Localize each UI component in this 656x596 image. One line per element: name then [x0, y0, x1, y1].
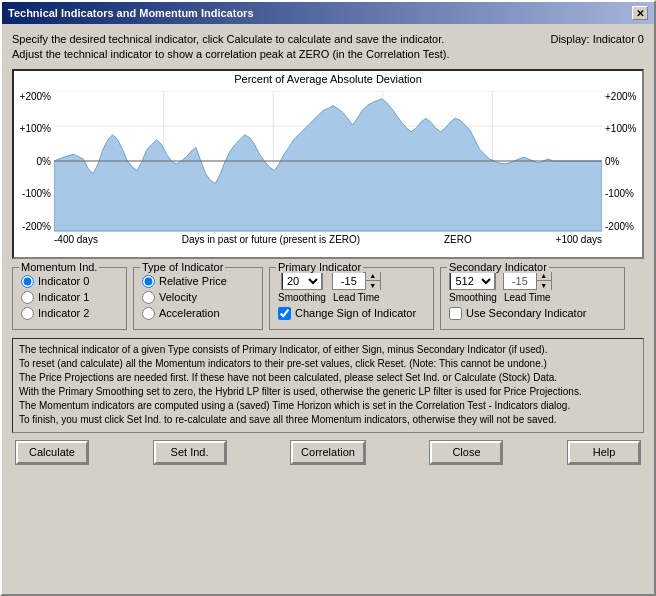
- close-icon[interactable]: ✕: [632, 6, 648, 20]
- info-line-3: The Price Projections are needed first. …: [19, 371, 637, 385]
- type-group: Type of Indicator Relative Price Velocit…: [133, 267, 263, 330]
- set-ind-button[interactable]: Set Ind.: [154, 441, 226, 464]
- info-text-area: The technical indicator of a given Type …: [12, 338, 644, 433]
- controls-row: Momentum Ind. Indicator 0 Indicator 1 In…: [12, 267, 644, 330]
- type-title: Type of Indicator: [140, 261, 225, 273]
- primary-title: Primary Indicator: [276, 261, 363, 273]
- momentum-option-1[interactable]: Indicator 1: [21, 291, 118, 304]
- secondary-smoothing-control[interactable]: 5102050100200512: [449, 272, 496, 290]
- y-axis-right: +200% +100% 0% -100% -200%: [602, 91, 642, 232]
- primary-smoothing-select[interactable]: 5102050100200512: [282, 272, 322, 290]
- primary-change-sign-row[interactable]: Change Sign of Indicator: [278, 307, 425, 320]
- chart-inner: [54, 91, 602, 232]
- type-radio-1[interactable]: [142, 291, 155, 304]
- buttons-row: Calculate Set Ind. Correlation Close Hel…: [12, 441, 644, 464]
- secondary-smoothing-select[interactable]: 5102050100200512: [450, 272, 495, 290]
- x-label-zero: ZERO: [444, 234, 472, 245]
- type-option-2[interactable]: Acceleration: [142, 307, 254, 320]
- momentum-label-2: Indicator 2: [38, 307, 89, 319]
- type-radio-0[interactable]: [142, 275, 155, 288]
- momentum-label-0: Indicator 0: [38, 275, 89, 287]
- info-line-6: To finish, you must click Set Ind. to re…: [19, 413, 637, 427]
- secondary-smoothing-label: Smoothing: [449, 292, 497, 303]
- momentum-label-1: Indicator 1: [38, 291, 89, 303]
- secondary-title: Secondary Indicator: [447, 261, 549, 273]
- type-option-0[interactable]: Relative Price: [142, 275, 254, 288]
- momentum-radio-1[interactable]: [21, 291, 34, 304]
- momentum-option-0[interactable]: Indicator 0: [21, 275, 118, 288]
- title-bar: Technical Indicators and Momentum Indica…: [2, 2, 654, 24]
- main-window: Technical Indicators and Momentum Indica…: [0, 0, 656, 596]
- type-label-2: Acceleration: [159, 307, 220, 319]
- type-label-0: Relative Price: [159, 275, 227, 287]
- primary-leadtime-input[interactable]: [333, 275, 365, 287]
- primary-leadtime-control[interactable]: ▲ ▼: [332, 272, 381, 290]
- momentum-title: Momentum Ind.: [19, 261, 99, 273]
- display-prefix: Display:: [550, 33, 589, 45]
- primary-leadtime-label: Lead Time: [333, 292, 380, 303]
- primary-leadtime-up[interactable]: ▲: [366, 272, 380, 281]
- y-axis-left: +200% +100% 0% -100% -200%: [14, 91, 54, 232]
- primary-leadtime-btns: ▲ ▼: [365, 272, 380, 290]
- momentum-group: Momentum Ind. Indicator 0 Indicator 1 In…: [12, 267, 127, 330]
- momentum-option-2[interactable]: Indicator 2: [21, 307, 118, 320]
- svg-marker-9: [54, 99, 602, 231]
- secondary-leadtime-down[interactable]: ▼: [537, 281, 551, 290]
- primary-change-sign-label: Change Sign of Indicator: [295, 307, 416, 319]
- type-label-1: Velocity: [159, 291, 197, 303]
- window-title: Technical Indicators and Momentum Indica…: [8, 7, 254, 19]
- secondary-leadtime-control[interactable]: ▲ ▼: [503, 272, 552, 290]
- info-line-2: To reset (and calculate) all the Momentu…: [19, 357, 637, 371]
- correlation-button[interactable]: Correlation: [291, 441, 365, 464]
- primary-change-sign-checkbox[interactable]: [278, 307, 291, 320]
- type-radio-2[interactable]: [142, 307, 155, 320]
- info-line-5: The Momentum indicators are computed usi…: [19, 399, 637, 413]
- instruction-line2: Adjust the technical indicator to show a…: [12, 47, 540, 62]
- secondary-smoothing-group: 5102050100200512 Smoothing: [449, 272, 497, 303]
- secondary-leadtime-label: Lead Time: [504, 292, 551, 303]
- secondary-leadtime-btns: ▲ ▼: [536, 272, 551, 290]
- chart-title: Percent of Average Absolute Deviation: [14, 71, 642, 87]
- x-axis: -400 days Days in past or future (presen…: [54, 232, 602, 257]
- info-line-1: The technical indicator of a given Type …: [19, 343, 637, 357]
- secondary-leadtime-input[interactable]: [504, 275, 536, 287]
- calculate-button[interactable]: Calculate: [16, 441, 88, 464]
- primary-smoothing-control[interactable]: 5102050100200512: [281, 272, 323, 290]
- x-label-right: +100 days: [556, 234, 602, 245]
- primary-spinner-row: 5102050100200512 Smoothing ▲ ▼: [278, 272, 425, 303]
- secondary-use-label: Use Secondary Indicator: [466, 307, 586, 319]
- secondary-use-row[interactable]: Use Secondary Indicator: [449, 307, 616, 320]
- primary-smoothing-label: Smoothing: [278, 292, 326, 303]
- secondary-use-checkbox[interactable]: [449, 307, 462, 320]
- help-button[interactable]: Help: [568, 441, 640, 464]
- info-line-4: With the Primary Smoothing set to zero, …: [19, 385, 637, 399]
- primary-leadtime-group: ▲ ▼ Lead Time: [332, 272, 381, 303]
- primary-leadtime-down[interactable]: ▼: [366, 281, 380, 290]
- x-label-center: Days in past or future (present is ZERO): [182, 234, 360, 245]
- chart-svg: [54, 91, 602, 232]
- secondary-leadtime-up[interactable]: ▲: [537, 272, 551, 281]
- close-button[interactable]: Close: [430, 441, 502, 464]
- chart-area: Percent of Average Absolute Deviation +2…: [12, 69, 644, 259]
- secondary-group: Secondary Indicator 5102050100200512 Smo…: [440, 267, 625, 330]
- primary-smoothing-group: 5102050100200512 Smoothing: [278, 272, 326, 303]
- momentum-radio-0[interactable]: [21, 275, 34, 288]
- primary-group: Primary Indicator 5102050100200512 Smoot…: [269, 267, 434, 330]
- x-label-left: -400 days: [54, 234, 98, 245]
- secondary-leadtime-group: ▲ ▼ Lead Time: [503, 272, 552, 303]
- type-option-1[interactable]: Velocity: [142, 291, 254, 304]
- instruction-line1: Specify the desired technical indicator,…: [12, 32, 540, 47]
- instructions-area: Specify the desired technical indicator,…: [12, 32, 644, 63]
- secondary-spinner-row: 5102050100200512 Smoothing ▲ ▼: [449, 272, 616, 303]
- display-value: Indicator 0: [593, 33, 644, 45]
- momentum-radio-2[interactable]: [21, 307, 34, 320]
